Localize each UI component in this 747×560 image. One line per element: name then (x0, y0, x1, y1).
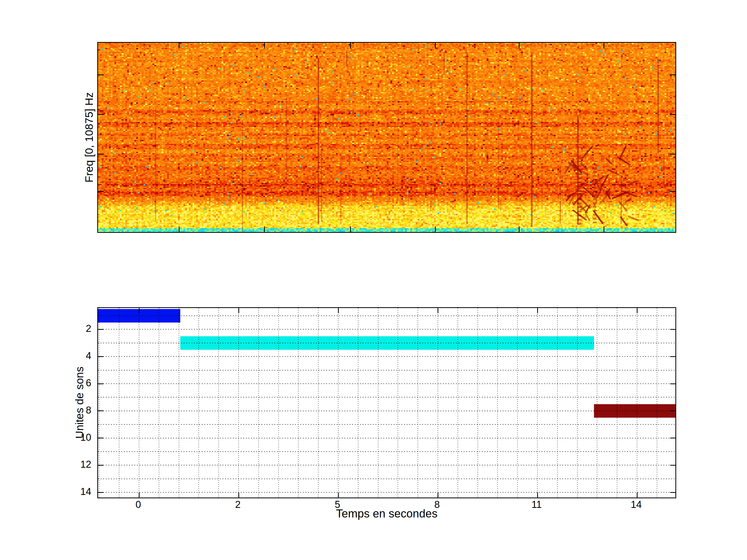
y-tick-label: 6 (0, 377, 91, 389)
x-gridline (637, 308, 637, 498)
x-tick (238, 308, 239, 313)
y-tick (98, 465, 103, 465)
x-tick-label: 8 (434, 499, 440, 510)
y-tick (98, 492, 103, 493)
x-tick (537, 308, 538, 313)
x-gridline (557, 308, 558, 498)
y-gridline (98, 316, 675, 316)
x-tick (537, 492, 538, 498)
y-tick (98, 437, 103, 438)
x-gridline (397, 308, 398, 498)
y-gridline (98, 343, 675, 343)
y-tick-label: 14 (0, 486, 91, 497)
y-tick (98, 329, 103, 330)
x-tick (338, 308, 339, 313)
x-tick-labels: 02581114 (97, 499, 676, 512)
x-tick (139, 492, 139, 498)
y-tick-label: 12 (0, 459, 91, 470)
y-gridline (98, 492, 675, 492)
x-gridline (278, 308, 279, 498)
x-tick (637, 308, 638, 313)
y-gridline (98, 329, 675, 329)
x-gridline (478, 308, 478, 498)
x-gridline (657, 308, 657, 498)
x-gridline (199, 308, 199, 498)
x-gridline (517, 308, 518, 498)
y-gridline (98, 465, 675, 465)
y-tick (98, 410, 103, 411)
y-tick (670, 437, 675, 438)
x-gridline (358, 308, 358, 498)
y-gridline (98, 451, 675, 452)
x-tick-label: 0 (135, 499, 141, 510)
x-gridline (218, 308, 219, 498)
x-tick (438, 308, 438, 313)
y-tick (670, 410, 675, 411)
y-tick (670, 329, 675, 330)
x-gridline (258, 308, 259, 498)
x-gridline (179, 308, 179, 498)
y-gridline (98, 424, 675, 425)
spectrogram-panel (97, 42, 676, 233)
x-gridline (298, 308, 299, 498)
x-tick (338, 492, 339, 498)
spectrogram-image (98, 43, 675, 232)
x-gridline (318, 308, 318, 498)
x-gridline (497, 308, 498, 498)
y-gridline (98, 479, 675, 479)
x-tick-label: 14 (631, 499, 642, 510)
x-gridline (139, 308, 139, 498)
y-gridline (98, 411, 675, 411)
x-tick (637, 492, 638, 498)
x-gridline (99, 308, 99, 498)
y-tick (670, 383, 675, 384)
y-tick (670, 492, 675, 493)
y-tick (670, 465, 675, 465)
x-gridline (438, 308, 438, 498)
y-tick (98, 356, 103, 357)
x-gridline (577, 308, 577, 498)
y-tick (670, 356, 675, 357)
x-gridline (458, 308, 458, 498)
x-tick (238, 492, 239, 498)
x-gridline (159, 308, 159, 498)
x-tick (438, 492, 438, 498)
sound-units-panel (97, 307, 676, 498)
x-gridline (338, 308, 338, 498)
x-gridline (597, 308, 597, 498)
x-gridline (119, 308, 119, 498)
x-tick-label: 2 (235, 499, 240, 510)
x-tick (139, 308, 139, 313)
spectrogram-ylabel: Freq [0, 10875] Hz (83, 92, 96, 183)
x-tick-label: 11 (532, 499, 542, 510)
y-gridline (98, 383, 675, 384)
y-tick-label: 8 (0, 405, 91, 416)
y-tick-label: 2 (0, 323, 91, 334)
y-tick-label: 10 (0, 432, 91, 443)
y-tick (98, 383, 103, 384)
y-gridline (98, 438, 675, 438)
x-gridline (378, 308, 379, 498)
x-gridline (617, 308, 617, 498)
y-gridline (98, 356, 675, 357)
y-gridline (98, 370, 675, 371)
x-gridline (238, 308, 239, 498)
y-tick-labels: 2468101214 (0, 307, 93, 498)
y-gridline (98, 397, 675, 397)
x-gridline (537, 308, 538, 498)
y-tick-label: 4 (0, 350, 91, 361)
x-gridline (418, 308, 418, 498)
x-tick-label: 5 (335, 499, 340, 510)
